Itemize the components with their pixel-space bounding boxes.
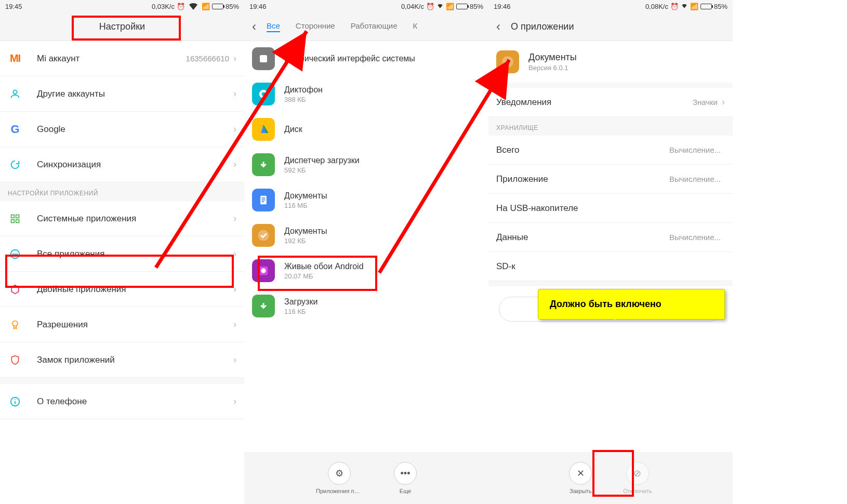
total-row: Всего Вычисление... <box>488 136 733 165</box>
app-row[interactable]: Живые обои Android20,07 МБ <box>244 253 488 288</box>
app-icon <box>252 47 275 70</box>
chevron-right-icon: › <box>233 248 236 259</box>
app-icon <box>252 153 275 176</box>
app-row[interactable]: Диспетчер загрузки592 КБ <box>244 147 488 182</box>
appsize-row: Приложение Вычисление... <box>488 165 733 194</box>
page-title: О приложении <box>511 21 574 32</box>
battery-icon <box>212 4 223 9</box>
app-icon <box>252 295 275 317</box>
header: Настройки <box>0 12 244 41</box>
sync-icon <box>8 157 22 172</box>
tooltip-callout: Должно быть включено <box>538 289 725 320</box>
app-icon <box>252 83 275 105</box>
tab-thirdparty[interactable]: Сторонние <box>296 21 335 32</box>
mi-logo-icon: MI <box>8 51 22 66</box>
data-row: Данные Вычисление... <box>488 223 733 252</box>
app-header: Документы Версия 6.0.1 <box>488 41 733 83</box>
svg-rect-13 <box>260 55 267 62</box>
disable-icon: ⊘ <box>626 462 649 485</box>
status-time: 19:45 <box>5 3 22 10</box>
about-phone-row[interactable]: О телефоне › <box>0 384 244 419</box>
wifi-icon <box>187 0 200 14</box>
app-size: 20,07 МБ <box>284 272 364 280</box>
signal-icon: 📶 <box>446 3 454 10</box>
person-icon <box>8 87 22 101</box>
app-size: 116 МБ <box>284 202 327 209</box>
default-apps-button[interactable]: ⚙ Приложения по умо... <box>316 462 363 494</box>
page-title: Настройки <box>99 21 145 32</box>
grid-icon <box>8 211 22 226</box>
usb-row: На USB-накопителе <box>488 194 733 223</box>
chevron-right-icon: › <box>233 284 236 295</box>
permissions-row[interactable]: Разрешения › <box>0 307 244 342</box>
chevron-right-icon: › <box>233 319 236 330</box>
status-bar: 19:46 0,04K/c ⏰ 📶 85% <box>244 0 488 12</box>
app-icon <box>252 224 275 247</box>
close-icon: ✕ <box>569 462 592 485</box>
app-size: 116 КБ <box>284 308 317 315</box>
app-name: Загрузки <box>284 297 317 307</box>
tab-more[interactable]: К <box>413 21 418 32</box>
signal-icon: 📶 <box>690 3 698 10</box>
google-icon: G <box>8 122 22 137</box>
all-apps-row[interactable]: Все приложения › <box>0 236 244 272</box>
svg-point-7 <box>15 253 16 255</box>
app-name: Диспетчер загрузки <box>284 156 360 165</box>
mi-account-row[interactable]: MI Mi аккаунт 1635666610 › <box>0 41 244 76</box>
google-row[interactable]: G Google › <box>0 112 244 147</box>
close-button[interactable]: ✕ Закрыть <box>569 462 592 494</box>
info-icon <box>8 394 22 409</box>
alarm-icon: ⏰ <box>426 3 434 10</box>
wifi-icon <box>681 2 688 11</box>
header: ‹ Все Сторонние Работающие К <box>244 12 488 41</box>
system-apps-row[interactable]: Системные приложения › <box>0 201 244 236</box>
svg-point-6 <box>12 253 14 255</box>
app-row[interactable]: Диктофон388 КБ <box>244 76 488 112</box>
tab-running[interactable]: Работающие <box>351 21 398 32</box>
chevron-right-icon: › <box>233 88 236 99</box>
other-accounts-row[interactable]: Другие аккаунты › <box>0 76 244 112</box>
chevron-right-icon: › <box>233 354 236 365</box>
app-row[interactable]: Документы116 МБ <box>244 182 488 218</box>
tab-all[interactable]: Все <box>267 21 280 32</box>
svg-point-15 <box>262 92 266 96</box>
svg-point-9 <box>12 321 18 326</box>
chevron-right-icon: › <box>722 97 725 108</box>
svg-point-11 <box>15 399 16 400</box>
app-row[interactable]: Загрузки116 КБ <box>244 288 488 324</box>
app-icon <box>252 259 275 282</box>
chevron-right-icon: › <box>233 124 236 135</box>
notifications-row[interactable]: Уведомления Значки › <box>488 88 733 117</box>
more-button[interactable]: ••• Еще <box>394 462 417 494</box>
app-row[interactable]: Графический интерфейс системы <box>244 41 488 76</box>
status-bar: 19:45 0,03K/c ⏰ 📶 85% <box>0 0 244 12</box>
battery-icon <box>456 4 468 9</box>
alarm-icon: ⏰ <box>670 3 679 10</box>
svg-rect-12 <box>15 401 16 404</box>
svg-rect-4 <box>16 219 19 222</box>
wifi-icon <box>436 2 444 11</box>
dots-icon: ••• <box>394 462 417 485</box>
gear-icon: ⚙ <box>328 462 351 485</box>
svg-rect-1 <box>11 215 15 218</box>
svg-point-8 <box>16 253 18 255</box>
chevron-right-icon: › <box>233 396 236 407</box>
svg-point-22 <box>261 268 266 273</box>
back-icon[interactable]: ‹ <box>252 19 256 34</box>
shield-icon <box>8 353 22 367</box>
dots-circle-icon <box>8 247 22 261</box>
dual-apps-row[interactable]: Двойные приложения › <box>0 272 244 307</box>
app-row[interactable]: Документы192 КБ <box>244 218 488 253</box>
back-icon[interactable]: ‹ <box>496 19 500 34</box>
app-row[interactable]: Диск <box>244 112 488 147</box>
sync-row[interactable]: Синхронизация › <box>0 147 244 182</box>
bottom-bar: ✕ Закрыть ⊘ Отключить <box>488 452 733 504</box>
applock-row[interactable]: Замок приложений › <box>0 342 244 378</box>
chevron-right-icon: › <box>233 53 236 64</box>
svg-point-0 <box>13 90 17 94</box>
svg-rect-19 <box>262 201 264 202</box>
disable-button[interactable]: ⊘ Отключить <box>623 462 652 494</box>
header: ‹ О приложении <box>488 12 733 41</box>
app-size: 192 КБ <box>284 237 327 245</box>
svg-point-20 <box>258 230 269 241</box>
